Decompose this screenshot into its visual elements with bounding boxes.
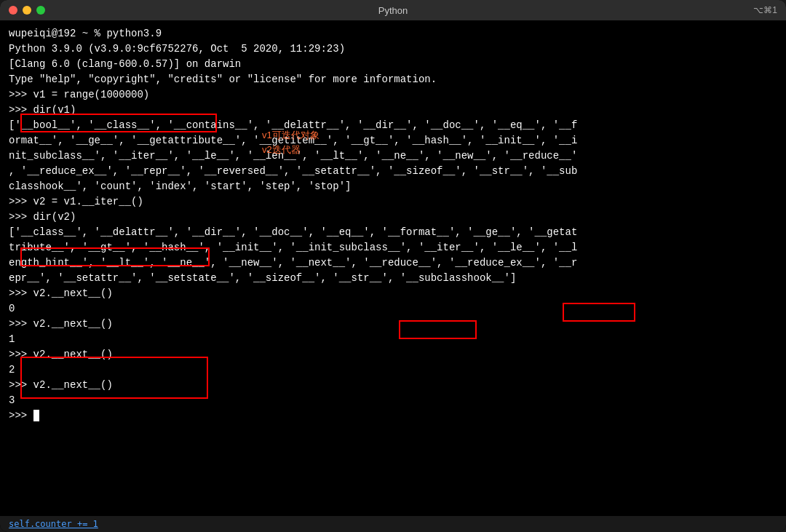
window-title: Python (378, 5, 408, 16)
terminal-line-18: >>> v2.__next__() (9, 286, 777, 301)
close-button[interactable] (9, 6, 17, 15)
terminal-line-17: epr__', '__setattr__', '__setstate__', '… (9, 271, 777, 286)
bottom-bar: self.counter += 1 (0, 516, 786, 532)
terminal-line-24: >>> v2.__next__() (9, 378, 777, 393)
terminal-line-26: >>> (9, 408, 777, 424)
terminal-line-20: >>> v2.__next__() (9, 317, 777, 332)
terminal-line-4: Type "help", "copyright", "credits" or "… (9, 72, 777, 87)
terminal-line-13: >>> dir(v2) (9, 210, 777, 225)
traffic-lights (9, 6, 45, 15)
terminal-line-3: [Clang 6.0 (clang-600.0.57)] on darwin (9, 57, 777, 72)
terminal-line-11: classhook__', 'count', 'index', 'start',… (9, 179, 777, 194)
terminal-line-14: ['__class__', '__delattr__', '__dir__', … (9, 225, 777, 240)
terminal-line-25: 3 (9, 393, 777, 408)
window-shortcut: ⌥⌘1 (753, 5, 777, 15)
terminal-line-15: tribute__', '__gt__', '__hash__', '__ini… (9, 240, 777, 255)
minimize-button[interactable] (23, 6, 31, 15)
terminal-line-23: 2 (9, 362, 777, 378)
terminal-line-16: ength_hint__', '__lt__', '__ne__', '__ne… (9, 255, 777, 271)
terminal-line-5: >>> v1 = range(1000000) (9, 87, 777, 103)
terminal-line-21: 1 (9, 332, 777, 347)
cursor (33, 410, 39, 421)
terminal-line-1: wupeiqi@192 ~ % python3.9 (9, 26, 777, 41)
terminal-line-12: >>> v2 = v1.__iter__() (9, 194, 777, 210)
terminal-line-6: >>> dir(v1) (9, 103, 777, 118)
terminal-line-10: , '__reduce_ex__', '__repr__', '__revers… (9, 164, 777, 179)
titlebar: Python ⌥⌘1 (0, 0, 786, 20)
terminal-window: Python ⌥⌘1 wupeiqi@192 ~ % python3.9 Pyt… (0, 0, 786, 532)
maximize-button[interactable] (36, 6, 45, 15)
terminal-line-9: nit_subclass__', '__iter__', '__le__', '… (9, 148, 777, 164)
terminal-line-2: Python 3.9.0 (v3.9.0:9cf6752276, Oct 5 2… (9, 41, 777, 57)
bottom-text[interactable]: self.counter += 1 (9, 519, 98, 529)
terminal-body[interactable]: wupeiqi@192 ~ % python3.9 Python 3.9.0 (… (0, 20, 786, 516)
terminal-line-19: 0 (9, 301, 777, 317)
terminal-line-8: ormat__', '__ge__', '__getattribute__', … (9, 133, 777, 148)
terminal-line-7: ['__bool__', '__class__', '__contains__'… (9, 118, 777, 133)
terminal-line-22: >>> v2.__next__() (9, 347, 777, 362)
